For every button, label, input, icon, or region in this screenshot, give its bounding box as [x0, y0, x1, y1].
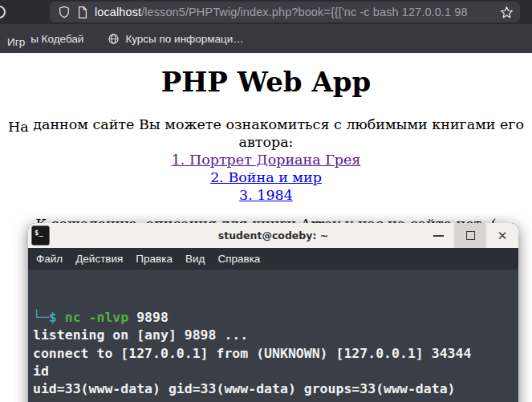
bookmark-label: ы Кодебай: [30, 33, 83, 45]
book-link-2[interactable]: 2. Война и мир: [210, 169, 322, 185]
bookmark-courses[interactable]: Курсы по информаци…: [108, 33, 243, 45]
book-link-1[interactable]: 1. Портрет Дориана Грея: [172, 152, 361, 168]
minimize-button[interactable]: [422, 223, 454, 248]
url-host: localhost: [95, 6, 141, 18]
terminal-window: $_ student@codeby: ~ ✕ ФайлДействияПравк…: [28, 223, 518, 402]
minimize-icon: [433, 235, 444, 237]
maximize-button[interactable]: [454, 223, 486, 248]
url-path: /lesson5/PHPTwig/index.php?book={{['nc -…: [141, 6, 467, 18]
bookmarks-bar: Игры Кодебай Курсы по информаци…: [0, 24, 532, 53]
terminal-line: └─$ nc -nlvp 9898: [33, 309, 518, 327]
bookmark-label: Курсы по информаци…: [125, 33, 243, 45]
url-text[interactable]: localhost/lesson5/PHPTwig/index.php?book…: [95, 6, 493, 18]
terminal-menu-item-4[interactable]: Вид: [179, 253, 211, 265]
book-link-row: 2. Война и мир: [0, 169, 532, 186]
star-icon: [500, 6, 514, 19]
url-fade-overlay: [470, 2, 497, 22]
terminal-body: └─$ nc -nlvp 9898listening on [any] 9898…: [28, 270, 518, 402]
bookmark-star-button[interactable]: [500, 6, 514, 19]
bookmark-codeby-games[interactable]: Игры Кодебай: [7, 33, 83, 45]
intro-line: На данном сайте Вы можете ознакомиться с…: [0, 116, 532, 151]
terminal-line: connect to [127.0.0.1] from (UNKNOWN) [1…: [33, 345, 518, 363]
page-content: На данном сайте Вы можете ознакомиться с…: [0, 116, 532, 233]
book-links: 1. Портрет Дориана Грея2. Война и мир3. …: [0, 151, 532, 204]
terminal-menu-item-3[interactable]: Правка: [129, 253, 179, 265]
maximize-icon: [466, 231, 475, 240]
book-link-3[interactable]: 3. 1984: [239, 187, 293, 203]
terminal-line: listening on [any] 9898 ...: [33, 327, 518, 344]
terminal-line: id: [33, 363, 518, 380]
terminal-line: pwd: [33, 399, 518, 402]
book-link-row: 1. Портрет Дориана Грея: [0, 151, 532, 169]
shield-icon[interactable]: [58, 6, 71, 18]
bookmark-label-prefix: Игр: [7, 36, 25, 48]
terminal-menu-item-5[interactable]: Справка: [211, 253, 266, 265]
terminal-app-icon: $_: [31, 225, 50, 246]
terminal-menu-item-2[interactable]: Действия: [69, 253, 129, 265]
browser-toolbar: localhost/lesson5/PHPTwig/index.php?book…: [0, 0, 532, 24]
toolbar-partial-icon: [0, 6, 6, 18]
close-button[interactable]: ✕: [486, 223, 518, 248]
close-icon: ✕: [497, 229, 508, 242]
url-bar[interactable]: localhost/lesson5/PHPTwig/index.php?book…: [50, 2, 520, 22]
screenshot-root: localhost/lesson5/PHPTwig/index.php?book…: [0, 0, 532, 402]
terminal-menubar: ФайлДействияПравкаВидСправка: [28, 248, 518, 270]
page-title: PHP Web App: [0, 64, 532, 99]
terminal-menu-item-1[interactable]: Файл: [30, 253, 69, 265]
intro-rest: данном сайте Вы можете ознакомиться с лю…: [29, 116, 524, 150]
intro-prefix: На: [8, 118, 29, 136]
terminal-line: uid=33(www-data) gid=33(www-data) groups…: [33, 380, 518, 398]
page-info-icon[interactable]: [77, 6, 88, 18]
book-link-row: 3. 1984: [0, 186, 532, 204]
terminal-output: └─$ nc -nlvp 9898listening on [any] 9898…: [33, 309, 518, 402]
terminal-titlebar[interactable]: $_ student@codeby: ~ ✕: [28, 223, 518, 248]
window-controls: ✕: [422, 223, 518, 248]
globe-icon: [108, 33, 120, 45]
